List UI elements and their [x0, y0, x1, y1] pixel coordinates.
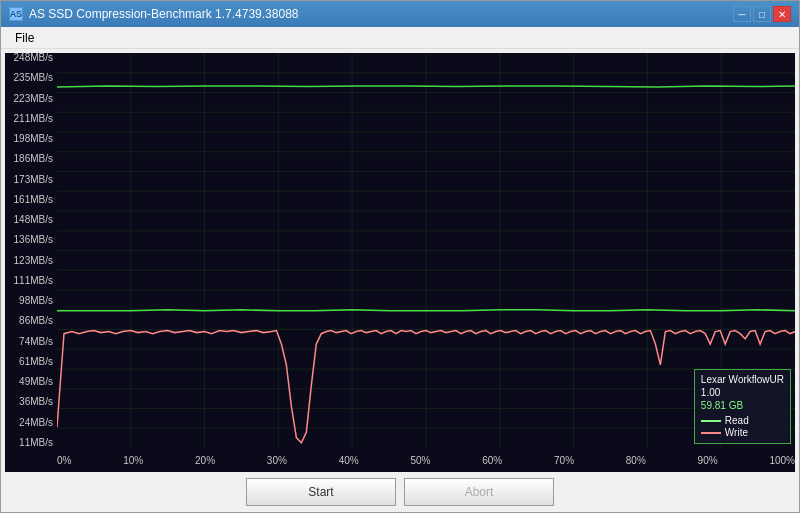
y-label-5: 186MB/s [5, 154, 57, 164]
window-title: AS SSD Compression-Benchmark 1.7.4739.38… [29, 7, 298, 21]
title-bar: AS AS SSD Compression-Benchmark 1.7.4739… [1, 1, 799, 27]
menu-file[interactable]: File [9, 29, 40, 47]
y-label-13: 86MB/s [5, 316, 57, 326]
y-label-12: 98MB/s [5, 296, 57, 306]
legend-read-item: Read [701, 415, 784, 426]
y-label-15: 61MB/s [5, 357, 57, 367]
legend-version: 1.00 [701, 387, 784, 398]
y-label-16: 49MB/s [5, 377, 57, 387]
x-label-20: 20% [195, 455, 215, 466]
y-axis: 248MB/s 235MB/s 223MB/s 211MB/s 198MB/s … [5, 53, 57, 448]
abort-button[interactable]: Abort [404, 478, 554, 506]
y-label-1: 235MB/s [5, 73, 57, 83]
y-label-4: 198MB/s [5, 134, 57, 144]
app-icon: AS [9, 7, 23, 21]
title-controls: ─ □ ✕ [733, 6, 791, 22]
x-label-90: 90% [698, 455, 718, 466]
y-label-0: 248MB/s [5, 53, 57, 63]
close-button[interactable]: ✕ [773, 6, 791, 22]
y-label-6: 173MB/s [5, 175, 57, 185]
maximize-button[interactable]: □ [753, 6, 771, 22]
legend-write-line [701, 432, 721, 434]
y-label-2: 223MB/s [5, 94, 57, 104]
y-label-11: 111MB/s [5, 276, 57, 286]
minimize-button[interactable]: ─ [733, 6, 751, 22]
y-label-10: 123MB/s [5, 256, 57, 266]
legend-read-label: Read [725, 415, 749, 426]
chart-area: 248MB/s 235MB/s 223MB/s 211MB/s 198MB/s … [5, 53, 795, 472]
x-label-10: 10% [123, 455, 143, 466]
x-label-50: 50% [410, 455, 430, 466]
x-label-60: 60% [482, 455, 502, 466]
y-label-18: 24MB/s [5, 418, 57, 428]
x-label-30: 30% [267, 455, 287, 466]
x-label-0: 0% [57, 455, 71, 466]
menu-bar: File [1, 27, 799, 49]
chart-data-svg [57, 53, 795, 448]
y-label-17: 36MB/s [5, 397, 57, 407]
x-label-40: 40% [339, 455, 359, 466]
main-window: AS AS SSD Compression-Benchmark 1.7.4739… [0, 0, 800, 513]
bottom-bar: Start Abort [1, 472, 799, 512]
legend-box: Lexar WorkflowUR 1.00 59.81 GB Read Writ… [694, 369, 791, 444]
legend-drive-name: Lexar WorkflowUR [701, 374, 784, 385]
x-axis: 0% 10% 20% 30% 40% 50% 60% 70% 80% 90% 1… [57, 448, 795, 472]
y-label-9: 136MB/s [5, 235, 57, 245]
y-label-14: 74MB/s [5, 337, 57, 347]
legend-size: 59.81 GB [701, 400, 784, 411]
legend-write-label: Write [725, 427, 748, 438]
y-label-19: 11MB/s [5, 438, 57, 448]
legend-read-line [701, 420, 721, 422]
y-label-7: 161MB/s [5, 195, 57, 205]
x-label-70: 70% [554, 455, 574, 466]
y-label-3: 211MB/s [5, 114, 57, 124]
x-label-100: 100% [769, 455, 795, 466]
title-bar-left: AS AS SSD Compression-Benchmark 1.7.4739… [9, 7, 298, 21]
x-label-80: 80% [626, 455, 646, 466]
legend-write-item: Write [701, 427, 784, 438]
y-label-8: 148MB/s [5, 215, 57, 225]
start-button[interactable]: Start [246, 478, 396, 506]
